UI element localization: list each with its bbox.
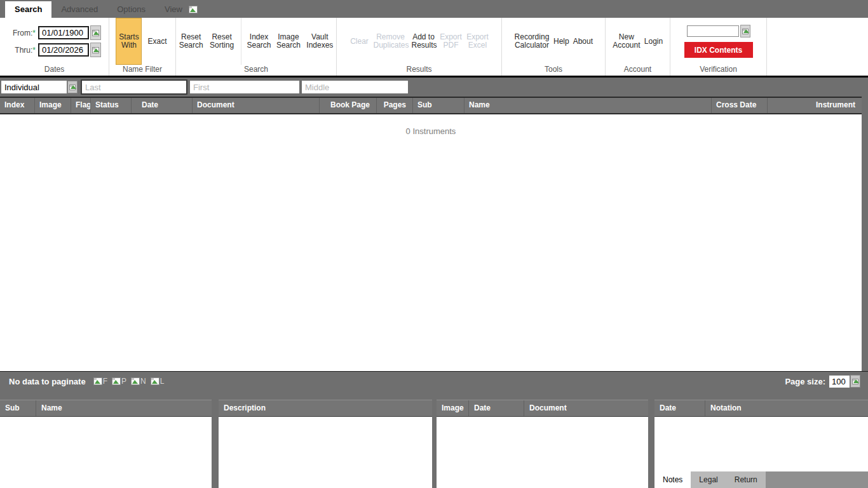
- ribbon-tab-bar: Search Advanced Options View: [0, 0, 868, 18]
- ribbon-divider: [241, 18, 241, 65]
- verification-lookup-button[interactable]: [740, 25, 750, 37]
- notations-panel: Date Notation Notes Legal Return: [654, 400, 868, 488]
- new-account-button[interactable]: New Account: [611, 32, 642, 51]
- starts-with-button[interactable]: Starts With: [116, 18, 142, 65]
- grid-right-edge: [862, 97, 868, 371]
- from-date-calendar-button[interactable]: [90, 25, 101, 40]
- column-header-status[interactable]: Status: [91, 98, 132, 113]
- name-type-input[interactable]: [1, 81, 67, 93]
- tab-options[interactable]: Options: [107, 1, 155, 18]
- help-button[interactable]: Help: [552, 36, 571, 47]
- column-header-index[interactable]: Index: [0, 98, 35, 113]
- dropdown-icon: [852, 379, 858, 384]
- prev-page-button[interactable]: P: [112, 377, 126, 386]
- column-header-pages[interactable]: Pages: [377, 98, 413, 113]
- page-size-label: Page size:: [785, 377, 825, 386]
- ribbon-filler: [767, 18, 868, 76]
- last-name-input[interactable]: [81, 79, 187, 95]
- notations-column-date[interactable]: Date: [654, 400, 705, 416]
- export-pdf-button: Export PDF: [438, 32, 465, 51]
- names-panel: Sub Name: [0, 400, 212, 488]
- from-date-input[interactable]: [38, 26, 89, 39]
- pagination-bar: No data to paginate F P N L Page size:: [0, 371, 868, 391]
- from-date-label: From:*: [8, 29, 36, 37]
- column-header-instrument[interactable]: Instrument: [768, 98, 862, 113]
- tab-view[interactable]: View: [155, 1, 192, 18]
- idx-contents-button[interactable]: IDX Contents: [684, 42, 753, 58]
- group-label-tools: Tools: [502, 65, 605, 76]
- tab-legal[interactable]: Legal: [691, 471, 726, 488]
- ribbon: From:* Thru:* Dates Starts With Exact Na…: [0, 18, 868, 78]
- clear-button: Clear: [348, 36, 372, 47]
- group-label-name-filter: Name Filter: [109, 65, 175, 76]
- group-label-verification: Verification: [670, 65, 766, 76]
- page-size-input[interactable]: [829, 376, 850, 388]
- pagination-buttons: F P N L: [93, 377, 165, 386]
- column-header-image[interactable]: Image: [35, 98, 71, 113]
- related-documents-panel: Image Date Document: [437, 400, 648, 488]
- last-page-button[interactable]: L: [151, 377, 165, 386]
- group-label-account: Account: [606, 65, 670, 76]
- ribbon-group-results: Clear Remove Duplicates Add to Results E…: [337, 18, 502, 76]
- notations-panel-body: [654, 417, 868, 471]
- exact-button[interactable]: Exact: [146, 36, 168, 47]
- tab-advanced[interactable]: Advanced: [51, 1, 107, 18]
- reset-sorting-button[interactable]: Reset Sorting: [206, 32, 237, 51]
- tab-return[interactable]: Return: [726, 471, 766, 488]
- lookup-icon: [742, 29, 749, 34]
- add-to-results-button[interactable]: Add to Results: [410, 32, 438, 51]
- vault-indexes-button[interactable]: Vault Indexes: [304, 32, 336, 51]
- thru-date-input[interactable]: [38, 43, 89, 57]
- description-column[interactable]: Description: [219, 400, 432, 416]
- image-search-button[interactable]: Image Search: [273, 32, 303, 51]
- calendar-icon: [92, 30, 99, 36]
- next-page-icon: [131, 377, 140, 385]
- column-header-date[interactable]: Date: [132, 98, 193, 113]
- required-asterisk: *: [32, 29, 36, 37]
- name-type-dropdown-button[interactable]: [67, 81, 78, 93]
- column-header-book-page[interactable]: Book Page: [320, 98, 377, 113]
- related-column-image[interactable]: Image: [437, 400, 469, 416]
- name-search-row: [0, 78, 868, 97]
- calendar-icon: [92, 47, 99, 53]
- ribbon-group-search: Reset Search Reset Sorting Index Search …: [176, 18, 337, 76]
- verification-code-input[interactable]: [687, 25, 739, 37]
- names-column-sub[interactable]: Sub: [0, 400, 36, 416]
- thru-date-calendar-button[interactable]: [90, 43, 101, 57]
- group-label-results: Results: [337, 65, 501, 76]
- column-header-name[interactable]: Name: [465, 98, 712, 113]
- page-size-dropdown-button[interactable]: [850, 375, 860, 388]
- remove-duplicates-button: Remove Duplicates: [372, 32, 410, 51]
- group-label-search: Search: [176, 65, 336, 76]
- related-column-date[interactable]: Date: [469, 400, 524, 416]
- names-panel-body: [0, 417, 212, 488]
- login-button[interactable]: Login: [642, 36, 665, 47]
- tab-search[interactable]: Search: [5, 1, 51, 18]
- reset-search-button[interactable]: Reset Search: [176, 32, 206, 51]
- next-page-button[interactable]: N: [131, 377, 146, 386]
- middle-name-input[interactable]: [302, 81, 408, 93]
- ribbon-group-tools: Recording Calculator Help About Tools: [502, 18, 606, 76]
- column-header-cross-date[interactable]: Cross Date: [712, 98, 768, 113]
- about-button[interactable]: About: [571, 36, 595, 47]
- column-header-document[interactable]: Document: [193, 98, 320, 113]
- first-page-button[interactable]: F: [93, 377, 107, 386]
- recording-calculator-button[interactable]: Recording Calculator: [512, 32, 552, 51]
- related-documents-panel-body: [437, 417, 648, 488]
- index-search-button[interactable]: Index Search: [245, 32, 273, 51]
- related-column-document[interactable]: Document: [524, 400, 648, 416]
- notations-tab-strip: Notes Legal Return: [654, 471, 868, 488]
- ribbon-group-name-filter: Starts With Exact Name Filter: [109, 18, 176, 76]
- ribbon-group-dates: From:* Thru:* Dates: [0, 18, 109, 76]
- results-grid-header: Index Image Flag Status Date Document Bo…: [0, 97, 862, 114]
- first-name-input[interactable]: [190, 81, 299, 93]
- ribbon-group-account: New Account Login Account: [606, 18, 670, 76]
- thru-date-label: Thru:*: [8, 46, 36, 55]
- description-panel: Description: [219, 400, 432, 488]
- names-column-name[interactable]: Name: [36, 400, 212, 416]
- column-header-flag[interactable]: Flag: [71, 98, 91, 113]
- notations-column-notation[interactable]: Notation: [705, 400, 868, 416]
- tab-notes[interactable]: Notes: [654, 471, 691, 488]
- description-panel-body: [219, 417, 432, 488]
- column-header-sub[interactable]: Sub: [413, 98, 465, 113]
